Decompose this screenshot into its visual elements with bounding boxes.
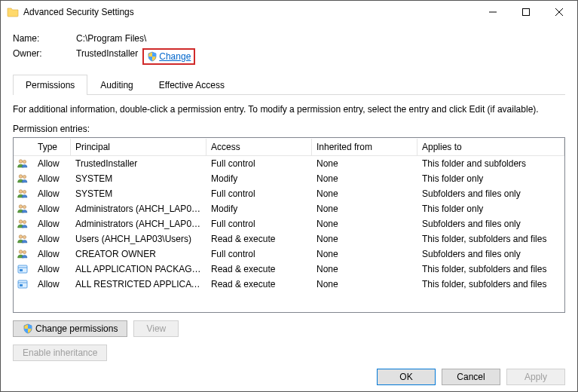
svg-rect-1	[523, 9, 530, 16]
cell-principal: TrustedInstaller	[71, 158, 206, 170]
cell-principal: Users (AHCH_LAP03\Users)	[71, 233, 206, 245]
principal-icon	[14, 248, 33, 260]
dialog-buttons: OK Cancel Apply	[13, 361, 565, 385]
minimize-button[interactable]	[476, 1, 509, 23]
cell-inherited: None	[312, 218, 417, 230]
cell-principal: ALL APPLICATION PACKAGES	[71, 263, 206, 275]
table-row[interactable]: AllowSYSTEMFull controlNoneSubfolders an…	[14, 186, 564, 201]
table-row[interactable]: AllowAdministrators (AHCH_LAP03...Full c…	[14, 216, 564, 231]
cell-inherited: None	[312, 248, 417, 260]
close-button[interactable]	[543, 1, 576, 23]
cell-access: Full control	[206, 248, 312, 260]
tab-permissions[interactable]: Permissions	[13, 75, 87, 95]
svg-point-7	[23, 175, 26, 178]
permissions-panel: For additional information, double-click…	[13, 95, 565, 361]
svg-point-13	[23, 220, 26, 223]
principal-icon	[14, 233, 33, 245]
cell-type: Allow	[33, 203, 71, 215]
svg-rect-23	[20, 284, 23, 286]
table-row[interactable]: AllowAdministrators (AHCH_LAP03...Modify…	[14, 201, 564, 216]
table-row[interactable]: AllowSYSTEMModifyNoneThis folder only	[14, 171, 564, 186]
principal-icon	[14, 278, 33, 290]
folder-icon	[7, 6, 19, 18]
tab-effective-access[interactable]: Effective Access	[146, 75, 237, 95]
cell-principal: SYSTEM	[71, 188, 206, 200]
principal-icon	[14, 203, 33, 215]
svg-point-10	[19, 205, 23, 209]
maximize-button[interactable]	[509, 1, 543, 23]
cell-inherited: None	[312, 233, 417, 245]
view-button: View	[133, 320, 179, 337]
cell-applies: This folder only	[417, 203, 564, 215]
principal-icon	[14, 188, 33, 200]
cancel-button[interactable]: Cancel	[442, 369, 500, 385]
svg-point-4	[19, 160, 23, 164]
change-owner-link[interactable]: Change	[142, 48, 195, 65]
window-title: Advanced Security Settings	[23, 7, 476, 17]
cell-applies: Subfolders and files only	[417, 188, 564, 200]
cell-applies: Subfolders and files only	[417, 218, 564, 230]
svg-point-14	[19, 235, 23, 239]
cell-inherited: None	[312, 188, 417, 200]
table-header: Type Principal Access Inherited from App…	[14, 138, 564, 156]
info-text: For additional information, double-click…	[13, 104, 565, 115]
col-applies[interactable]: Applies to	[417, 139, 564, 155]
titlebar: Advanced Security Settings	[1, 1, 577, 23]
table-row[interactable]: AllowTrustedInstallerFull controlNoneThi…	[14, 156, 564, 171]
apply-button: Apply	[506, 369, 565, 385]
window-buttons	[476, 1, 576, 23]
svg-point-12	[19, 220, 23, 224]
cell-access: Read & execute	[206, 263, 312, 275]
meta-section: Name: C:\Program Files\ Owner: TrustedIn…	[13, 31, 565, 67]
cell-inherited: None	[312, 203, 417, 215]
cell-type: Allow	[33, 278, 71, 290]
name-label: Name:	[13, 33, 76, 44]
change-permissions-button[interactable]: Change permissions	[13, 320, 127, 337]
svg-point-15	[23, 235, 26, 238]
cell-inherited: None	[312, 173, 417, 185]
entries-label: Permission entries:	[13, 124, 565, 134]
col-type[interactable]: Type	[33, 139, 71, 155]
cell-access: Modify	[206, 203, 312, 215]
cell-applies: This folder, subfolders and files	[417, 233, 564, 245]
cell-applies: This folder and subfolders	[417, 158, 564, 170]
table-row[interactable]: AllowALL RESTRICTED APPLICATIO...Read & …	[14, 277, 564, 292]
col-principal[interactable]: Principal	[71, 139, 206, 155]
cell-inherited: None	[312, 263, 417, 275]
cell-principal: Administrators (AHCH_LAP03...	[71, 218, 206, 230]
tabs: Permissions Auditing Effective Access	[13, 75, 565, 95]
cell-applies: Subfolders and files only	[417, 248, 564, 260]
svg-rect-20	[20, 269, 23, 271]
cell-principal: ALL RESTRICTED APPLICATIO...	[71, 278, 206, 290]
cell-type: Allow	[33, 158, 71, 170]
svg-point-9	[23, 190, 26, 193]
cell-access: Full control	[206, 158, 312, 170]
svg-point-11	[23, 205, 26, 208]
change-owner-label: Change	[159, 51, 191, 62]
ok-button[interactable]: OK	[377, 369, 436, 385]
cell-principal: Administrators (AHCH_LAP03...	[71, 203, 206, 215]
tab-auditing[interactable]: Auditing	[87, 75, 145, 95]
principal-icon	[14, 158, 33, 170]
cell-access: Read & execute	[206, 233, 312, 245]
shield-icon	[147, 51, 157, 62]
cell-type: Allow	[33, 248, 71, 260]
cell-type: Allow	[33, 188, 71, 200]
svg-point-6	[19, 175, 23, 179]
cell-type: Allow	[33, 233, 71, 245]
svg-point-8	[19, 190, 23, 194]
table-row[interactable]: AllowCREATOR OWNERFull controlNoneSubfol…	[14, 247, 564, 262]
table-row[interactable]: AllowUsers (AHCH_LAP03\Users)Read & exec…	[14, 231, 564, 247]
cell-applies: This folder only	[417, 173, 564, 185]
col-access[interactable]: Access	[206, 139, 312, 155]
shield-icon	[23, 323, 33, 334]
principal-icon	[14, 173, 33, 185]
cell-access: Full control	[206, 218, 312, 230]
cell-principal: SYSTEM	[71, 173, 206, 185]
cell-access: Modify	[206, 173, 312, 185]
table-row[interactable]: AllowALL APPLICATION PACKAGESRead & exec…	[14, 262, 564, 277]
cell-access: Full control	[206, 188, 312, 200]
change-permissions-label: Change permissions	[35, 323, 118, 334]
cell-applies: This folder, subfolders and files	[417, 278, 564, 290]
col-inherited[interactable]: Inherited from	[312, 139, 417, 155]
